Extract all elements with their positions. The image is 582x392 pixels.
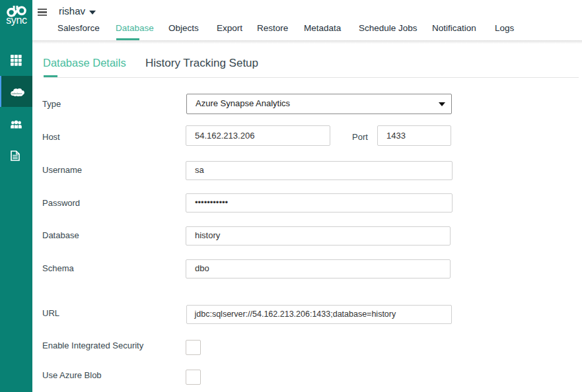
svg-text:salesforce: salesforce bbox=[12, 92, 22, 94]
svg-text:sync: sync bbox=[6, 15, 27, 26]
